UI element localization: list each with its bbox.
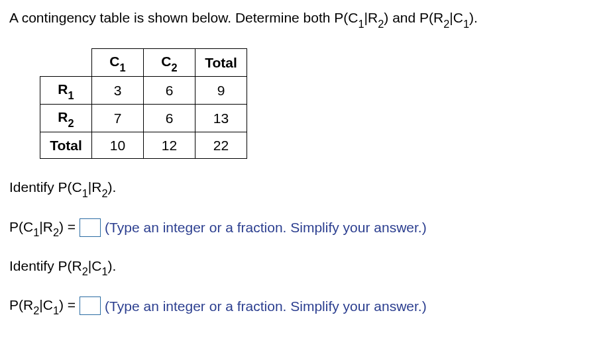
- cell-value: 7: [92, 105, 144, 132]
- subscript: 1: [358, 18, 364, 30]
- question-part: ).: [469, 10, 478, 25]
- answer-input-1[interactable]: [80, 218, 101, 237]
- answer-hint: (Type an integer or a fraction. Simplify…: [105, 218, 427, 237]
- question-part: A contingency table is shown below. Dete…: [9, 10, 358, 25]
- subscript: 1: [68, 89, 74, 101]
- label-base: R: [58, 109, 68, 124]
- cell-value: 3: [92, 77, 144, 105]
- subscript: 1: [33, 226, 39, 238]
- label-text: ) =: [59, 219, 76, 234]
- col-header-c2: C2: [144, 49, 195, 77]
- cell-value: 10: [92, 132, 144, 159]
- label-text: P(R: [9, 297, 33, 312]
- answer-hint: (Type an integer or a fraction. Simplify…: [105, 296, 427, 316]
- row-label-r2: R2: [40, 105, 92, 132]
- subscript: 2: [68, 117, 74, 129]
- subscript: 1: [53, 304, 59, 316]
- subscript: 1: [101, 265, 107, 277]
- table-header-row: C1 C2 Total: [40, 49, 247, 77]
- question-part: |C: [449, 10, 463, 25]
- identify-prompt-2: Identify P(R2|C1).: [9, 256, 598, 278]
- cell-value: 22: [195, 132, 247, 159]
- cell-value: 6: [144, 77, 195, 105]
- subscript: 2: [101, 187, 107, 199]
- answer-row-2: P(R2|C1) = (Type an integer or a fractio…: [9, 295, 598, 317]
- subscript: 2: [82, 265, 88, 277]
- label-text: |R: [39, 219, 53, 234]
- subscript: 2: [172, 62, 178, 73]
- table-row: R2 7 6 13: [40, 105, 247, 132]
- contingency-table-container: C1 C2 Total R1 3 6 9 R2 7 6 13: [40, 48, 598, 159]
- label-text: |C: [39, 297, 53, 312]
- label-text: P(C: [9, 219, 33, 234]
- prompt-text: Identify P(R: [9, 258, 82, 273]
- subscript: 2: [53, 226, 59, 238]
- col-header-c1: C1: [92, 49, 144, 77]
- cell-value: 13: [195, 105, 247, 132]
- contingency-table: C1 C2 Total R1 3 6 9 R2 7 6 13: [40, 48, 247, 159]
- table-row: R1 3 6 9: [40, 77, 247, 105]
- row-label-total: Total: [40, 132, 92, 159]
- prompt-text: |C: [88, 258, 102, 273]
- prompt-text: |R: [88, 179, 102, 195]
- row-label-r1: R1: [40, 77, 92, 105]
- answer-label: P(C1|R2) =: [9, 217, 76, 239]
- question-part: |R: [364, 10, 378, 25]
- answer-input-2[interactable]: [80, 296, 101, 315]
- col-header-total: Total: [195, 49, 247, 77]
- prompt-text: Identify P(C: [9, 179, 82, 195]
- subscript: 1: [463, 18, 469, 30]
- table-corner-cell: [40, 49, 92, 77]
- answer-label: P(R2|C1) =: [9, 295, 76, 317]
- identify-prompt-1: Identify P(C1|R2).: [9, 177, 598, 199]
- cell-value: 9: [195, 77, 247, 105]
- header-text: Total: [205, 55, 237, 70]
- question-text: A contingency table is shown below. Dete…: [9, 8, 598, 30]
- answer-row-1: P(C1|R2) = (Type an integer or a fractio…: [9, 217, 598, 239]
- cell-value: 6: [144, 105, 195, 132]
- subscript: 2: [33, 304, 39, 316]
- header-base: C: [161, 54, 171, 69]
- subscript: 2: [378, 18, 384, 30]
- label-base: R: [58, 81, 68, 97]
- subscript: 1: [82, 187, 88, 199]
- prompt-text: ).: [108, 258, 117, 273]
- cell-value: 12: [144, 132, 195, 159]
- subscript: 1: [120, 62, 126, 73]
- header-base: C: [109, 54, 119, 69]
- table-row: Total 10 12 22: [40, 132, 247, 159]
- label-text: ) =: [59, 297, 76, 312]
- prompt-text: ).: [108, 179, 117, 195]
- subscript: 2: [443, 18, 449, 30]
- label-base: Total: [50, 138, 82, 153]
- question-part: ) and P(R: [384, 10, 443, 25]
